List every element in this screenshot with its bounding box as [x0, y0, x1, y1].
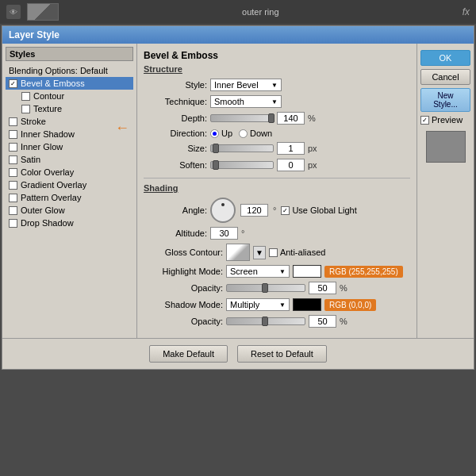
- soften-slider[interactable]: [210, 161, 274, 169]
- use-global-light-label: Use Global Light: [292, 205, 356, 215]
- direction-down-radio[interactable]: [239, 129, 248, 138]
- highlight-color-tooltip: RGB (255,255,255): [324, 266, 403, 278]
- gradient-overlay-checkbox[interactable]: [9, 181, 17, 190]
- highlight-opacity-slider[interactable]: [226, 284, 305, 292]
- depth-slider-thumb[interactable]: [268, 113, 274, 123]
- preview-checkbox[interactable]: [420, 116, 429, 125]
- gloss-contour-preview[interactable]: [226, 244, 250, 261]
- pattern-overlay-label: Pattern Overlay: [21, 193, 81, 202]
- depth-value[interactable]: 140: [277, 112, 305, 125]
- highlight-opacity-value[interactable]: 50: [309, 282, 336, 294]
- style-row: Style: Inner Bevel ▼: [144, 79, 410, 91]
- pattern-overlay-checkbox[interactable]: [9, 194, 17, 202]
- stroke-label: Stroke: [21, 117, 46, 126]
- color-overlay-checkbox[interactable]: [9, 168, 17, 177]
- shadow-mode-dropdown[interactable]: Multiply ▼: [226, 298, 290, 311]
- anti-aliased-label: Anti-aliased: [280, 248, 325, 257]
- soften-unit: px: [308, 160, 317, 170]
- style-item-texture[interactable]: Texture: [6, 102, 133, 115]
- technique-dropdown[interactable]: Smooth ▼: [210, 95, 282, 108]
- style-item-pattern-overlay[interactable]: Pattern Overlay: [6, 191, 133, 204]
- section-title: Bevel & Emboss: [144, 50, 410, 61]
- bevel-emboss-arrow: ←: [115, 120, 129, 136]
- styles-header: Styles: [6, 47, 133, 61]
- anti-aliased-checkbox[interactable]: [269, 248, 278, 257]
- use-global-light-checkbox[interactable]: [281, 206, 290, 215]
- texture-label: Texture: [33, 104, 62, 113]
- layer-thumbnail: [27, 3, 59, 21]
- inner-shadow-checkbox[interactable]: [9, 130, 17, 139]
- angle-dial[interactable]: [210, 198, 236, 223]
- new-style-button[interactable]: New Style...: [420, 88, 470, 112]
- shading-subtitle: Shading: [144, 183, 410, 193]
- style-item-contour[interactable]: Contour: [6, 90, 133, 102]
- direction-label: Direction:: [144, 129, 207, 138]
- left-panel: Styles Blending Options: Default Bevel &…: [2, 44, 137, 338]
- style-item-inner-shadow[interactable]: Inner Shadow: [6, 128, 133, 140]
- style-item-color-overlay[interactable]: Color Overlay: [6, 166, 133, 178]
- style-label: Style:: [144, 80, 207, 90]
- altitude-row: Altitude: 30 °: [144, 227, 410, 240]
- style-item-stroke[interactable]: Stroke: [6, 115, 133, 128]
- direction-row: Direction: Up Down: [144, 129, 410, 138]
- inner-glow-checkbox[interactable]: [9, 143, 17, 152]
- soften-label: Soften:: [144, 160, 207, 170]
- shadow-opacity-slider-thumb[interactable]: [262, 317, 268, 326]
- direction-up-item[interactable]: Up: [210, 129, 232, 138]
- satin-label: Satin: [21, 155, 40, 164]
- soften-slider-thumb[interactable]: [213, 160, 219, 170]
- contour-checkbox[interactable]: [21, 92, 30, 101]
- style-dropdown[interactable]: Inner Bevel ▼: [210, 79, 282, 91]
- altitude-value[interactable]: 30: [210, 227, 238, 240]
- make-default-button[interactable]: Make Default: [149, 345, 228, 363]
- size-slider-thumb[interactable]: [213, 144, 219, 153]
- style-item-blending-options[interactable]: Blending Options: Default: [6, 64, 133, 77]
- highlight-opacity-slider-thumb[interactable]: [262, 283, 268, 293]
- cancel-button[interactable]: Cancel: [420, 69, 470, 85]
- direction-down-item[interactable]: Down: [239, 129, 272, 138]
- shadow-opacity-value[interactable]: 50: [309, 315, 336, 328]
- stroke-checkbox[interactable]: [9, 117, 17, 126]
- outer-glow-checkbox[interactable]: [9, 206, 17, 215]
- angle-value[interactable]: 120: [240, 204, 268, 217]
- texture-checkbox[interactable]: [21, 105, 30, 113]
- soften-slider-container: 0 px: [210, 159, 317, 171]
- satin-checkbox[interactable]: [9, 155, 17, 164]
- use-global-light-row: Use Global Light: [281, 205, 356, 215]
- highlight-mode-dropdown[interactable]: Screen ▼: [226, 265, 290, 278]
- style-item-inner-glow[interactable]: Inner Glow: [6, 140, 133, 153]
- ok-button[interactable]: OK: [420, 50, 470, 66]
- shadow-opacity-row: Opacity: 50 %: [144, 315, 410, 328]
- style-item-drop-shadow[interactable]: Drop Shadow: [6, 217, 133, 229]
- preview-label: Preview: [432, 115, 463, 125]
- shadow-opacity-slider-container: 50 %: [226, 315, 347, 328]
- bevel-emboss-checkbox[interactable]: [9, 79, 17, 88]
- eye-icon[interactable]: 👁: [6, 5, 21, 19]
- blending-options-label: Blending Options: Default: [9, 66, 108, 75]
- shadow-opacity-slider[interactable]: [226, 317, 305, 325]
- size-value[interactable]: 1: [277, 142, 305, 155]
- reset-to-default-button[interactable]: Reset to Default: [237, 345, 327, 363]
- soften-value[interactable]: 0: [277, 159, 305, 171]
- highlight-opacity-row: Opacity: 50 %: [144, 282, 410, 294]
- direction-down-label: Down: [250, 129, 272, 138]
- depth-slider[interactable]: [210, 114, 274, 122]
- style-item-outer-glow[interactable]: Outer Glow: [6, 204, 133, 217]
- top-bar: 👁 outer ring fx: [0, 0, 476, 24]
- style-item-satin[interactable]: Satin: [6, 153, 133, 166]
- size-slider[interactable]: [210, 144, 274, 152]
- highlight-color-swatch[interactable]: [293, 265, 321, 278]
- direction-up-radio[interactable]: [210, 129, 219, 138]
- layer-style-dialog: Layer Style Styles Blending Options: Def…: [2, 25, 474, 370]
- depth-row: Depth: 140 %: [144, 112, 410, 125]
- drop-shadow-checkbox[interactable]: [9, 219, 17, 228]
- shadow-color-swatch[interactable]: [293, 298, 321, 311]
- style-item-bevel-emboss[interactable]: Bevel & Emboss: [6, 77, 133, 90]
- gloss-contour-arrow[interactable]: ▼: [253, 246, 266, 259]
- depth-label: Depth:: [144, 113, 207, 123]
- right-buttons-panel: OK Cancel New Style... Preview: [416, 44, 474, 338]
- style-item-gradient-overlay[interactable]: Gradient Overlay: [6, 178, 133, 191]
- soften-row: Soften: 0 px: [144, 159, 410, 171]
- depth-unit: %: [308, 113, 316, 123]
- gloss-contour-label: Gloss Contour:: [144, 248, 223, 257]
